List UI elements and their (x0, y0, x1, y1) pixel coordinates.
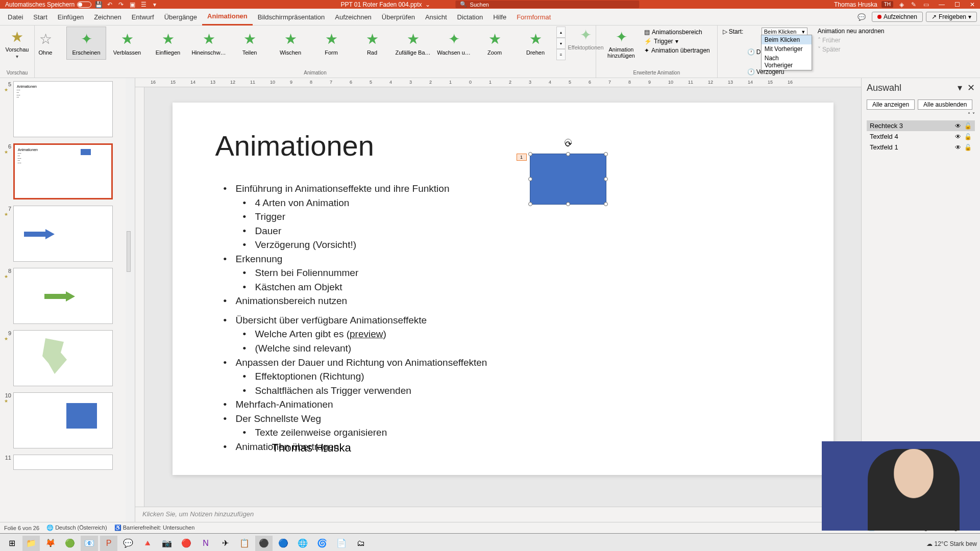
slide-content[interactable]: Einführung in Animationseffekte und ihre… (224, 182, 487, 454)
search-input[interactable]: 🔍 Suchen (456, 1, 640, 8)
anim-spin[interactable]: ★Drehen (516, 27, 555, 60)
tab-insert[interactable]: Einfügen (53, 9, 89, 26)
telegram-icon[interactable]: ✈ (216, 536, 234, 552)
anim-wheel[interactable]: ★Rad (352, 27, 392, 60)
diamond-icon[interactable]: ◈ (897, 1, 905, 8)
tab-view[interactable]: Ansicht (420, 9, 452, 26)
app-icon[interactable]: 💬 (119, 536, 137, 552)
tab-transitions[interactable]: Übergänge (159, 9, 202, 26)
close-pane-icon[interactable]: ✕ (967, 83, 975, 93)
touch-icon[interactable]: ☰ (139, 1, 148, 8)
record-button[interactable]: Aufzeichnen (872, 12, 923, 22)
window-icon[interactable]: ▭ (922, 1, 930, 8)
weather-widget[interactable]: ☁ 12°C Stark bew (926, 540, 977, 547)
rotation-handle[interactable]: ⟳ (565, 139, 572, 146)
dd-afterprev[interactable]: Nach Vorheriger (762, 54, 812, 70)
thumb-10[interactable]: 10★ (0, 389, 135, 452)
slide-title[interactable]: Animationen (215, 129, 374, 162)
slide-author[interactable]: Thomas Hruska (272, 441, 351, 455)
resize-handle-s[interactable] (566, 202, 570, 206)
trigger-button[interactable]: ⚡Trigger▾ (644, 38, 710, 45)
onenote-icon[interactable]: N (197, 536, 214, 552)
gallery-down[interactable]: ▾ (556, 38, 566, 49)
tab-draw[interactable]: Zeichnen (89, 9, 126, 26)
notes-input[interactable]: Klicken Sie, um Notizen hinzuzufügen (135, 507, 861, 522)
hide-all-button[interactable]: Alle ausblenden (918, 99, 972, 110)
resize-handle-sw[interactable] (528, 202, 532, 206)
selection-item-2[interactable]: Textfeld 1👁🔓 (867, 142, 975, 153)
outlook-icon[interactable]: 📧 (81, 536, 98, 552)
thumb-9[interactable]: 9★ (0, 327, 135, 389)
pane-menu-icon[interactable]: ▾ (958, 83, 962, 93)
app-icon[interactable]: 📄 (333, 536, 350, 552)
anim-wipe[interactable]: ★Wischen (271, 27, 310, 60)
tab-home[interactable]: Start (28, 9, 52, 26)
show-all-button[interactable]: Alle anzeigen (867, 99, 915, 110)
thumb-8[interactable]: 8★ (0, 265, 135, 327)
anim-appear[interactable]: ✦Erscheinen (66, 27, 106, 60)
lock-icon[interactable]: 🔓 (964, 144, 972, 151)
lock-icon[interactable]: 🔓 (964, 133, 972, 140)
tab-design[interactable]: Entwurf (127, 9, 159, 26)
tab-animations[interactable]: Animationen (202, 9, 253, 26)
tab-slideshow[interactable]: Bildschirmpräsentation (253, 9, 330, 26)
undo-icon[interactable]: ↶ (106, 1, 114, 8)
anim-fade[interactable]: ★Verblassen (107, 27, 147, 60)
resize-handle-e[interactable] (604, 177, 608, 181)
filename[interactable]: PPT 01 Roter Faden 004.pptx ⌄ (340, 1, 430, 8)
tab-file[interactable]: Datei (3, 9, 28, 26)
qat-more-icon[interactable]: ▾ (151, 1, 159, 8)
toggle-switch-icon[interactable] (77, 2, 91, 8)
anim-flyin[interactable]: ★Einfliegen (148, 27, 188, 60)
selection-item-0[interactable]: Rechteck 3👁🔓 (867, 120, 975, 131)
thumb-7[interactable]: 7★ (0, 203, 135, 265)
animation-painter-button[interactable]: ✦Animation übertragen (644, 47, 710, 54)
dd-onclick[interactable]: Beim Klicken (762, 35, 812, 44)
move-down-icon[interactable]: ˅ (972, 112, 975, 117)
redo-icon[interactable]: ↷ (117, 1, 125, 8)
dd-withprev[interactable]: Mit Vorheriger (762, 44, 812, 54)
thumb-11[interactable]: 11 (0, 452, 135, 473)
user-name[interactable]: Thomas Hruska (834, 1, 877, 8)
app-icon[interactable]: 📷 (158, 536, 176, 552)
gallery-more[interactable]: ≡ (556, 49, 566, 60)
app-icon[interactable]: 🌐 (294, 536, 311, 552)
anim-shape[interactable]: ★Form (311, 27, 351, 60)
comments-button[interactable]: 💬 (851, 13, 872, 21)
gallery-up[interactable]: ▴ (556, 27, 566, 38)
move-up-icon[interactable]: ˄ (968, 112, 970, 117)
slide-canvas[interactable]: Animationen Einführung in Animationseffe… (173, 103, 834, 475)
autosave-toggle[interactable]: Automatisches Speichern (5, 1, 91, 8)
add-animation-button[interactable]: ✦ Animation hinzufügen (603, 29, 639, 59)
explorer-icon[interactable]: 📁 (22, 536, 40, 552)
pane-collapse-handle[interactable] (127, 231, 131, 272)
firefox-icon[interactable]: 🦊 (42, 536, 59, 552)
accessibility-status[interactable]: ♿ Barrierefreiheit: Untersuchen (114, 524, 195, 531)
tab-format[interactable]: Formformat (511, 9, 556, 26)
user-avatar[interactable]: TH (881, 1, 893, 8)
selection-item-1[interactable]: Textfeld 4👁🔓 (867, 131, 975, 142)
obs-icon[interactable]: ⚫ (255, 536, 273, 552)
animation-pane-button[interactable]: ▤Animationsbereich (644, 29, 710, 36)
anim-random[interactable]: ★Zufällige Ba… (393, 27, 433, 60)
slide-canvas-wrap[interactable]: Animationen Einführung in Animationseffe… (144, 87, 861, 507)
powerpoint-icon[interactable]: P (100, 536, 117, 552)
thumbnails-scrollbar[interactable] (126, 78, 135, 522)
maximize-button[interactable]: ☐ (949, 0, 965, 9)
pen-icon[interactable]: ✎ (910, 1, 918, 8)
vlc-icon[interactable]: 🔺 (139, 536, 156, 552)
resize-handle-w[interactable] (528, 177, 532, 181)
anim-floatin[interactable]: ★Hineinschw… (189, 27, 229, 60)
resize-handle-ne[interactable] (604, 152, 608, 156)
save-icon[interactable]: 💾 (94, 1, 103, 8)
anim-split[interactable]: ★Teilen (230, 27, 270, 60)
chrome-icon[interactable]: 🟢 (61, 536, 79, 552)
app-icon[interactable]: 📋 (236, 536, 253, 552)
tab-dictation[interactable]: Dictation (452, 9, 488, 26)
present-icon[interactable]: ▣ (128, 1, 136, 8)
minimize-button[interactable]: — (934, 0, 949, 9)
lock-icon[interactable]: 🔓 (964, 122, 972, 130)
app-icon[interactable]: 🔵 (275, 536, 292, 552)
share-button[interactable]: ↗ Freigeben ▾ (926, 12, 977, 22)
tab-record[interactable]: Aufzeichnen (330, 9, 377, 26)
